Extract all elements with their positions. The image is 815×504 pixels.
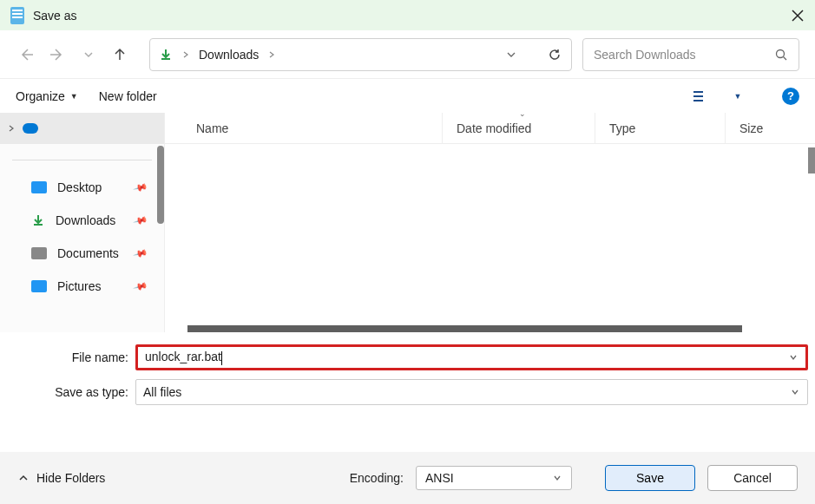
cancel-button[interactable]: Cancel xyxy=(707,465,798,491)
back-button[interactable] xyxy=(16,44,36,65)
text-caret xyxy=(221,351,222,365)
search-icon xyxy=(774,48,788,62)
sidebar-item-label: Downloads xyxy=(56,213,115,227)
chevron-down-icon: ▼ xyxy=(70,92,78,101)
new-folder-button[interactable]: New folder xyxy=(99,89,157,103)
close-button[interactable] xyxy=(791,9,805,23)
column-type[interactable]: Type xyxy=(595,113,726,143)
column-date[interactable]: ⌄ Date modified xyxy=(443,113,595,143)
organize-label: Organize xyxy=(16,89,65,103)
documents-icon xyxy=(31,247,47,259)
pictures-icon xyxy=(31,280,47,292)
navbar: Downloads Search Downloads xyxy=(0,30,815,78)
desktop-icon xyxy=(31,181,47,193)
chevron-down-icon[interactable] xyxy=(790,387,800,397)
sidebar-scrollbar[interactable] xyxy=(157,146,164,224)
savetype-select[interactable]: All files xyxy=(135,379,808,405)
cloud-icon xyxy=(23,123,38,134)
address-dropdown[interactable] xyxy=(505,49,517,61)
downloads-icon xyxy=(31,213,45,227)
forward-button[interactable] xyxy=(47,44,68,65)
chevron-up-icon xyxy=(17,472,30,484)
notepad-icon xyxy=(10,7,24,24)
organize-menu[interactable]: Organize ▼ xyxy=(16,89,78,103)
sidebar-item-documents[interactable]: Documents 📌 xyxy=(0,237,164,270)
save-button[interactable]: Save xyxy=(605,465,695,491)
file-list: Name ⌄ Date modified Type Size xyxy=(165,113,815,332)
titlebar: Save as xyxy=(0,0,815,30)
search-input[interactable]: Search Downloads xyxy=(582,38,799,71)
refresh-button[interactable] xyxy=(547,47,562,62)
chevron-right-icon xyxy=(7,124,16,133)
pin-icon: 📌 xyxy=(133,213,149,228)
form-area: File name: unlock_rar.bat Save as type: … xyxy=(0,332,815,405)
toolbar: Organize ▼ New folder ▼ ? xyxy=(0,78,815,113)
view-options-button[interactable] xyxy=(688,85,711,108)
hide-folders-label: Hide Folders xyxy=(36,471,105,485)
chevron-right-icon xyxy=(181,50,190,59)
window-title: Save as xyxy=(33,9,791,23)
main-area: Desktop 📌 Downloads 📌 Documents 📌 Pictur… xyxy=(0,113,815,332)
help-button[interactable]: ? xyxy=(782,88,799,105)
sidebar-item-label: Desktop xyxy=(57,180,102,194)
filename-input[interactable]: unlock_rar.bat xyxy=(135,344,808,370)
pin-icon: 📌 xyxy=(133,278,149,294)
horizontal-scrollbar[interactable] xyxy=(187,325,742,332)
sidebar-item-desktop[interactable]: Desktop 📌 xyxy=(0,171,164,204)
column-name[interactable]: Name xyxy=(165,113,443,143)
recent-dropdown[interactable] xyxy=(78,44,99,65)
sidebar-item-label: Pictures xyxy=(57,279,102,293)
encoding-select[interactable]: ANSI xyxy=(416,466,572,490)
search-placeholder: Search Downloads xyxy=(594,48,774,62)
savetype-label: Save as type: xyxy=(7,385,135,399)
chevron-down-icon xyxy=(552,473,562,483)
address-bar[interactable]: Downloads xyxy=(149,38,572,71)
footer: Hide Folders Encoding: ANSI Save Cancel xyxy=(0,452,815,504)
view-dropdown[interactable]: ▼ xyxy=(732,85,744,108)
savetype-row: Save as type: All files xyxy=(7,379,808,405)
sidebar-item-downloads[interactable]: Downloads 📌 xyxy=(0,204,164,237)
divider xyxy=(12,160,152,160)
up-button[interactable] xyxy=(109,44,130,65)
filename-label: File name: xyxy=(7,350,135,364)
sidebar: Desktop 📌 Downloads 📌 Documents 📌 Pictur… xyxy=(0,113,165,332)
pin-icon: 📌 xyxy=(133,245,149,261)
sidebar-item-label: Documents xyxy=(57,246,119,260)
pin-icon: 📌 xyxy=(133,180,149,195)
sidebar-item-pictures[interactable]: Pictures 📌 xyxy=(0,270,164,303)
sort-indicator-icon: ⌄ xyxy=(519,109,526,118)
vertical-scrollbar[interactable] xyxy=(808,147,815,173)
filename-row: File name: unlock_rar.bat xyxy=(7,344,808,370)
encoding-label: Encoding: xyxy=(350,471,404,485)
chevron-right-icon xyxy=(267,50,276,59)
chevron-down-icon[interactable] xyxy=(788,352,799,363)
svg-point-0 xyxy=(777,49,785,57)
hide-folders-button[interactable]: Hide Folders xyxy=(17,471,105,485)
column-size[interactable]: Size xyxy=(726,113,815,143)
downloads-icon xyxy=(159,48,173,62)
column-headers: Name ⌄ Date modified Type Size xyxy=(165,113,815,144)
sidebar-item-onedrive[interactable] xyxy=(0,113,164,144)
breadcrumb-location[interactable]: Downloads xyxy=(199,48,259,62)
